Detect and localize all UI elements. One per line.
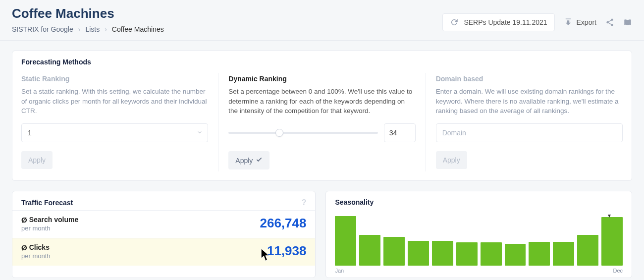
search-volume-sub: per month [21,224,78,232]
static-ranking-column: Static Ranking Set a static ranking. Wit… [21,73,218,171]
seasonality-bar [577,235,598,266]
seasonality-bar [456,242,478,266]
static-ranking-title: Static Ranking [21,75,208,83]
domain-input[interactable] [436,123,623,142]
help-icon[interactable]: ? [302,198,307,207]
static-ranking-desc: Set a static ranking. With this setting,… [21,87,208,116]
chart-label-first: Jan [335,268,344,274]
chart-label-last: Dec [613,268,623,274]
static-ranking-select-value: 1 [28,129,32,137]
seasonality-bar [505,244,526,266]
breadcrumb-lists[interactable]: Lists [85,25,100,33]
seasonality-card: Seasonality ▾ Jan Dec [325,191,632,278]
average-icon: Ø [21,216,27,224]
check-icon [256,156,263,165]
forecasting-methods-card: Forecasting Methods Static Ranking Set a… [12,51,632,181]
chevron-down-icon [197,129,203,137]
serps-update-label: SERPs Update 19.11.2021 [464,18,547,26]
dynamic-ranking-value-input[interactable] [384,123,416,142]
traffic-row-clicks: ØClicks per month 11,938 [12,238,315,266]
forecasting-section-title: Forecasting Methods [12,51,632,68]
seasonality-chart [335,211,623,266]
domain-apply-label: Apply [443,156,460,164]
seasonality-bar [359,235,380,266]
page-title: Coffee Machines [12,6,442,21]
share-icon[interactable] [605,18,614,27]
seasonality-bar [553,242,574,266]
seasonality-bar [432,241,453,266]
domain-based-title: Domain based [436,75,623,83]
refresh-icon [450,18,459,27]
static-apply-button[interactable]: Apply [21,151,53,169]
static-apply-label: Apply [28,156,46,164]
domain-based-desc: Enter a domain. We will use existing dom… [436,87,623,116]
domain-apply-button[interactable]: Apply [436,151,467,169]
page-header: Coffee Machines SISTRIX for Google › Lis… [0,0,644,41]
breadcrumb-current: Coffee Machines [112,25,164,33]
breadcrumb-root[interactable]: SISTRIX for Google [12,25,73,33]
export-button[interactable]: Export [564,18,596,27]
clicks-value: 11,938 [267,243,307,259]
breadcrumb: SISTRIX for Google › Lists › Coffee Mach… [12,25,442,33]
domain-based-column: Domain based Enter a domain. We will use… [426,73,623,171]
average-icon: Ø [21,244,27,251]
clicks-sub: per month [21,252,51,260]
seasonality-title: Seasonality [335,198,623,208]
dynamic-ranking-title: Dynamic Ranking [228,75,415,83]
dynamic-ranking-desc: Set a percentage between 0 and 100%. We'… [228,87,415,116]
traffic-row-search-volume: ØSearch volume per month 266,748 [12,210,315,238]
static-ranking-select[interactable]: 1 [21,123,208,142]
caret-down-icon: ▾ [608,212,611,219]
slider-thumb[interactable] [275,129,283,137]
chevron-right-icon: › [105,25,107,33]
dynamic-ranking-slider[interactable] [228,132,377,134]
seasonality-bar [335,216,356,266]
traffic-forecast-card: Traffic Forecast ? ØSearch volume per mo… [12,191,316,278]
book-icon[interactable] [623,18,632,27]
download-icon [564,18,573,27]
export-label: Export [577,18,596,26]
search-volume-label: Search volume [29,216,79,224]
seasonality-bar [408,241,429,266]
chevron-right-icon: › [78,25,81,33]
seasonality-bar [481,242,502,266]
dynamic-apply-button[interactable]: Apply [228,151,269,169]
seasonality-bar [383,237,405,266]
dynamic-apply-label: Apply [235,157,253,165]
search-volume-value: 266,748 [260,216,306,231]
serps-update-button[interactable]: SERPs Update 19.11.2021 [442,13,554,31]
seasonality-bar [601,217,623,266]
dynamic-ranking-column: Dynamic Ranking Set a percentage between… [218,73,426,171]
seasonality-bar [529,242,550,266]
clicks-label: Clicks [29,243,50,251]
traffic-forecast-title: Traffic Forecast [21,199,73,207]
